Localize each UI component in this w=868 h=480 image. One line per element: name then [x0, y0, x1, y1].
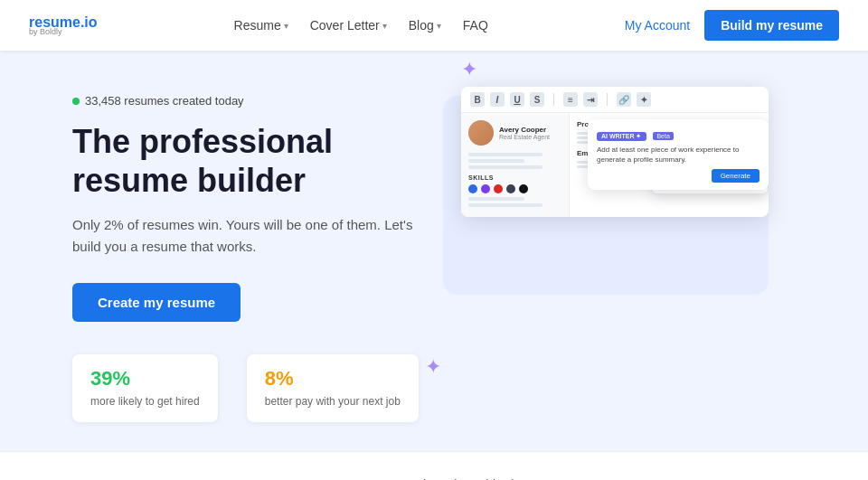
- stat-label-hired: more likely to get hired: [90, 394, 200, 409]
- chevron-down-icon: ▾: [284, 21, 288, 31]
- sidebar-line-1: [468, 153, 542, 156]
- ai-description: Add at least one piece of work experienc…: [597, 145, 760, 165]
- avatar-image: [468, 120, 494, 146]
- underline-icon: U: [510, 92, 524, 107]
- stat-label-pay: better pay with your next job: [265, 394, 401, 409]
- sparkle-icon-2: ✦: [425, 355, 441, 379]
- hero-section: 33,458 resumes created today The profess…: [0, 51, 868, 451]
- nav-links: Resume ▾ Cover Letter ▾ Blog ▾ FAQ: [234, 18, 488, 33]
- color-dot-dark: [506, 184, 515, 193]
- hired-section: Our customers have been hired at: Bookin…: [0, 451, 868, 480]
- create-resume-button[interactable]: Create my resume: [72, 283, 241, 322]
- resume-mockup: B I U S ≡ ⇥ 🔗 ✦ 📄 Export to DOCX: [425, 87, 814, 322]
- color-dot-red: [494, 184, 503, 193]
- link-icon: 🔗: [617, 92, 631, 107]
- toolbar-separator: [553, 93, 554, 106]
- sidebar-skill-line-1: [468, 197, 524, 201]
- nav-actions: My Account Build my resume: [625, 10, 839, 41]
- hero-title: The professional resume builder: [72, 122, 425, 200]
- list-icon: ≡: [563, 92, 578, 107]
- mockup-body: Avery Cooper Real Estate Agent Skills: [461, 113, 769, 217]
- stats-row: 39% more likely to get hired 8% better p…: [72, 354, 425, 422]
- sidebar-line-3: [468, 165, 542, 169]
- sparkle-icon: ✦: [461, 58, 477, 81]
- stat-number-hired: 39%: [90, 367, 200, 391]
- nav-cover-letter[interactable]: Cover Letter ▾: [310, 18, 387, 33]
- nav-faq[interactable]: FAQ: [463, 18, 488, 33]
- stat-card-hired: 39% more likely to get hired: [72, 354, 218, 422]
- stat-card-pay: 8% better pay with your next job: [247, 354, 419, 422]
- my-account-link[interactable]: My Account: [625, 18, 690, 33]
- hero-badge: 33,458 resumes created today: [72, 94, 425, 108]
- italic-icon: I: [490, 92, 505, 107]
- profile-row: Avery Cooper Real Estate Agent: [468, 120, 561, 146]
- profile-name: Avery Cooper: [499, 126, 550, 134]
- mockup-toolbar: B I U S ≡ ⇥ 🔗 ✦ 📄 Export to DOCX: [461, 87, 769, 113]
- badge-dot: [72, 98, 80, 105]
- nav-resume[interactable]: Resume ▾: [234, 18, 288, 33]
- color-dot-purple: [481, 184, 490, 193]
- ai-writer-badge: AI WRITER ✦ Beta Add at least one piece …: [588, 119, 769, 190]
- chevron-down-icon: ▾: [437, 21, 441, 31]
- indent-icon: ⇥: [583, 92, 598, 107]
- build-resume-button[interactable]: Build my resume: [704, 10, 839, 41]
- mockup-sidebar: Avery Cooper Real Estate Agent Skills: [461, 113, 570, 217]
- mockup-card: B I U S ≡ ⇥ 🔗 ✦ 📄 Export to DOCX: [461, 87, 769, 217]
- logo[interactable]: resume.io by Boldly: [29, 14, 98, 36]
- ai-tag: AI WRITER ✦: [597, 132, 646, 141]
- ai-beta-badge: Beta: [653, 132, 673, 140]
- badge-text: 33,458 resumes created today: [85, 94, 244, 108]
- color-dot-black: [519, 184, 528, 193]
- mockup-main-content: Profile Employment History AI WRITER ✦ B…: [570, 113, 769, 217]
- generate-button[interactable]: Generate: [712, 169, 760, 183]
- bold-icon: B: [470, 92, 485, 107]
- profile-info: Avery Cooper Real Estate Agent: [499, 126, 550, 140]
- navbar: resume.io by Boldly Resume ▾ Cover Lette…: [0, 0, 868, 51]
- profile-title: Real Estate Agent: [499, 134, 550, 140]
- avatar: [468, 120, 494, 146]
- toolbar-separator-2: [607, 93, 608, 106]
- sidebar-line-2: [468, 159, 524, 163]
- sidebar-skill-line-2: [468, 203, 542, 207]
- chevron-down-icon: ▾: [382, 21, 387, 31]
- color-palette: [468, 184, 561, 193]
- color-dot-blue: [468, 184, 477, 193]
- hero-subtitle: Only 2% of resumes win. Yours will be on…: [72, 214, 425, 258]
- nav-blog[interactable]: Blog ▾: [409, 18, 441, 33]
- ai-icon: ✦: [637, 92, 651, 107]
- stat-number-pay: 8%: [265, 367, 401, 391]
- hero-left: 33,458 resumes created today The profess…: [72, 87, 425, 422]
- sidebar-section: Skills: [468, 174, 561, 181]
- strikethrough-icon: S: [530, 92, 544, 107]
